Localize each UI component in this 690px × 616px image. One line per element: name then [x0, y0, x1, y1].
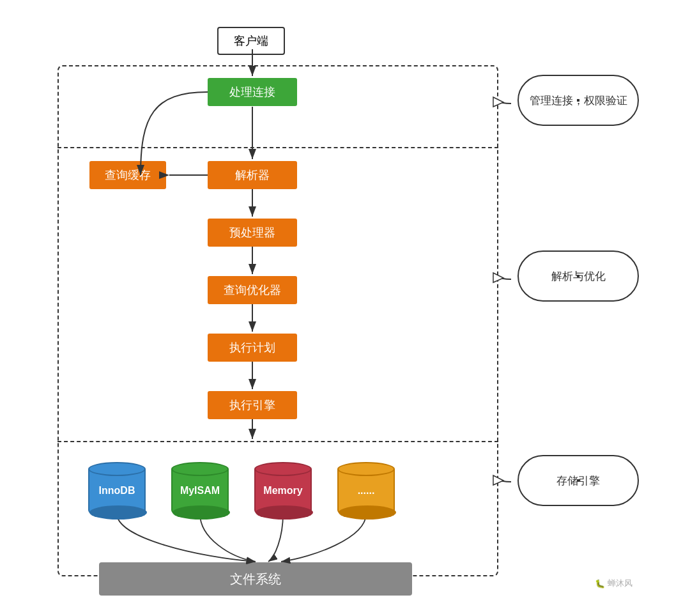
watermark: 🐛 蝉沐风	[595, 578, 632, 589]
myisam-label: MyISAM	[172, 485, 227, 497]
bubble-management: 管理连接，权限验证	[518, 75, 639, 126]
exec-engine-box: 执行引擎	[208, 391, 297, 419]
dots-bottom	[339, 505, 396, 520]
bubble-storage: 存储引擎	[518, 455, 639, 506]
optimizer-label: 查询优化器	[224, 282, 281, 298]
exec-plan-label: 执行计划	[229, 340, 275, 355]
dots-cylinder: ......	[337, 455, 395, 514]
handle-conn-box: 处理连接	[208, 78, 297, 106]
watermark-icon: 🐛	[595, 579, 605, 589]
bubble-parser: 解析与优化	[518, 250, 639, 302]
innodb-label: InnoDB	[89, 485, 144, 497]
memory-top	[254, 462, 312, 476]
exec-plan-box: 执行计划	[208, 334, 297, 362]
myisam-bottom	[172, 505, 230, 520]
filesystem-label: 文件系统	[230, 571, 281, 588]
bubble3-label: 存储引擎	[556, 474, 600, 488]
query-cache-label: 查询缓存	[105, 167, 151, 183]
query-cache-box: 查询缓存	[89, 161, 166, 189]
memory-bottom	[256, 505, 313, 520]
filesystem-box: 文件系统	[99, 562, 412, 596]
innodb-top	[88, 462, 146, 476]
parser-label: 解析器	[235, 167, 270, 183]
innodb-bottom	[89, 505, 147, 520]
innodb-cylinder: InnoDB	[88, 455, 146, 514]
preprocessor-label: 预处理器	[229, 225, 275, 240]
main-container: 客户端 处理连接 查询缓存 解析器 预处理器 查询优化器 执行计划 执行引擎	[0, 0, 690, 616]
dots-top	[337, 462, 395, 476]
client-label: 客户端	[234, 35, 268, 47]
diagram-wrapper: 客户端 处理连接 查询缓存 解析器 预处理器 查询优化器 执行计划 执行引擎	[38, 14, 652, 602]
optimizer-box: 查询优化器	[208, 276, 297, 304]
parser-box: 解析器	[208, 161, 297, 189]
preprocessor-box: 预处理器	[208, 219, 297, 247]
myisam-cylinder: MyISAM	[171, 455, 229, 514]
exec-engine-label: 执行引擎	[229, 397, 275, 413]
memory-cylinder: Memory	[254, 455, 312, 514]
client-box: 客户端	[217, 27, 285, 55]
watermark-text: 蝉沐风	[608, 578, 632, 589]
bubble2-label: 解析与优化	[551, 269, 606, 284]
myisam-top	[171, 462, 229, 476]
handle-conn-label: 处理连接	[229, 84, 275, 100]
memory-label: Memory	[256, 485, 310, 497]
bubble1-label: 管理连接，权限验证	[530, 93, 627, 108]
dots-label: ......	[339, 485, 394, 497]
